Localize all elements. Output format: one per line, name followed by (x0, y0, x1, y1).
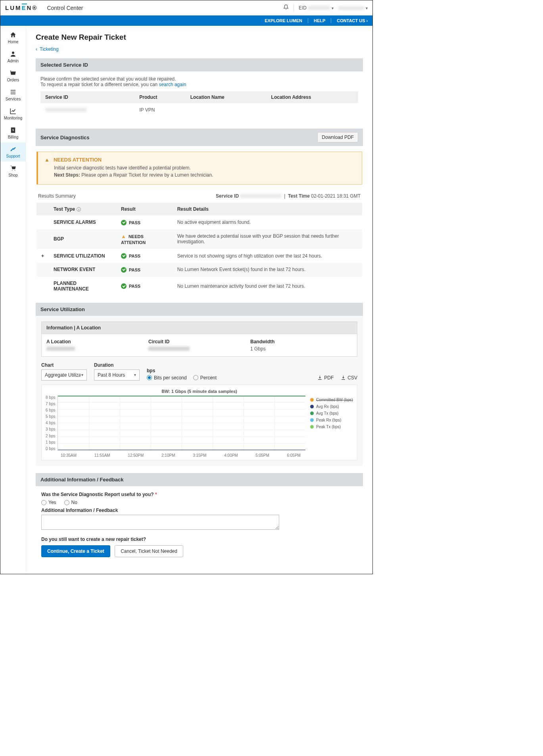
breadcrumb-ticketing[interactable]: ‹Ticketing (36, 46, 363, 52)
service-row: XXXXXXXXXXXXX IP VPN (40, 103, 358, 117)
feedback-head: Additional Information / Feedback (36, 473, 363, 486)
nav-support[interactable]: Support (0, 142, 26, 162)
pass-icon (121, 220, 127, 225)
col-test-type: Test Typei (49, 203, 116, 215)
nav-billing[interactable]: $Billing (0, 123, 26, 142)
diag-row: NETWORK EVENTPASSNo Lumen Network Event … (36, 263, 362, 277)
nav-monitoring[interactable]: Monitoring (0, 104, 26, 123)
service-table: Service ID Product Location Name Locatio… (40, 91, 358, 117)
cancel-button[interactable]: Cancel, Ticket Not Needed (115, 545, 183, 557)
svg-rect-1 (11, 90, 15, 91)
nav-shop[interactable]: Shop (0, 162, 26, 181)
chart-xaxis: 10:35AM11:55AM12:50PM2:10PM3:15PM4:00PM5… (61, 453, 301, 458)
help-link[interactable]: HELP (314, 18, 325, 23)
download-pdf-button[interactable]: Download PDF (317, 132, 358, 142)
confirm-text: Please confirm the selected service that… (40, 76, 358, 82)
export-csv[interactable]: CSV (341, 375, 357, 381)
feedback-no[interactable]: No (64, 500, 77, 505)
col-service-id: Service ID (40, 91, 134, 103)
nav-home[interactable]: Home (0, 28, 26, 47)
col-location-name: Location Name (186, 91, 267, 103)
warning-icon: ▲ (44, 157, 50, 163)
user-menu[interactable]: xxxxxxxxxxx ▾ (338, 5, 368, 11)
expand-icon[interactable]: + (36, 249, 49, 263)
col-result: Result (116, 203, 173, 215)
feedback-textarea[interactable] (41, 515, 279, 530)
sidenav: Home Admin Orders Services Monitoring $B… (0, 26, 26, 574)
col-location-address: Location Address (267, 91, 358, 103)
utilization-chart: BW: 1 Gbps (5 minute data samples) 8 bps… (41, 385, 357, 460)
svg-point-0 (12, 52, 14, 54)
avg-tx-line (58, 396, 305, 396)
continue-button[interactable]: Continue, Create a Ticket (41, 545, 110, 557)
results-summary-label: Results Summary (38, 193, 76, 199)
diag-row: +SERVICE UTILIZATIONPASSService is not s… (36, 249, 362, 263)
nav-orders[interactable]: Orders (0, 66, 26, 85)
pass-icon (121, 283, 127, 289)
pass-icon (121, 267, 127, 273)
needs-attention-alert: ▲NEEDS ATTENTION Initial service diagnos… (36, 152, 362, 185)
nav-services[interactable]: Services (0, 85, 26, 104)
radio-bps[interactable]: Bits per second (147, 375, 187, 381)
avg-rx-line (58, 450, 305, 450)
selected-service-head: Selected Service ID (36, 58, 363, 71)
contact-link[interactable]: CONTACT US › (337, 18, 368, 23)
diagnostics-head: Service Diagnostics (40, 135, 90, 140)
chevron-down-icon: ▾ (81, 373, 83, 377)
util-info-head: Information | A Location (41, 321, 357, 334)
pass-icon (121, 253, 127, 259)
radio-percent[interactable]: Percent (193, 375, 217, 381)
warning-icon: ▲ (121, 233, 126, 239)
page-title: Create New Repair Ticket (36, 33, 363, 42)
diag-row: BGP▲NEEDS ATTENTIONWe have detected a po… (36, 229, 362, 249)
bell-icon[interactable] (283, 4, 289, 11)
app-title: Control Center (47, 5, 83, 11)
diagnostics-table: Test Typei Result Result Details SERVICE… (36, 203, 362, 296)
chart-legend: Committed BW (bps) Avg Rx (bps) Avg Tx (… (305, 395, 353, 451)
nav-admin[interactable]: Admin (0, 47, 26, 66)
utilization-head: Service Utilization (36, 303, 363, 316)
explore-link[interactable]: EXPLORE LUMEN (265, 18, 302, 23)
extra-label: Additional Information / Feedback (41, 508, 357, 513)
search-again-link[interactable]: search again (159, 82, 186, 87)
chart-select[interactable]: Aggregate Utilization▾ (41, 369, 87, 381)
eid-menu[interactable]: EID XXXXXXX ▾ (299, 5, 334, 11)
col-details: Result Details (173, 203, 362, 215)
chevron-down-icon: ▾ (134, 373, 136, 377)
diag-row: SERVICE ALARMSPASSNo active equipment al… (36, 215, 362, 229)
feedback-yes[interactable]: Yes (41, 500, 56, 505)
svg-rect-3 (11, 94, 15, 94)
export-pdf[interactable]: PDF (317, 375, 334, 381)
duration-select[interactable]: Past 8 Hours▾ (94, 369, 140, 381)
chart-yaxis: 8 bps7 bps6 bps5 bps4 bps3 bps2 bps1 bps… (46, 395, 58, 451)
chart-plot (58, 395, 305, 451)
svg-rect-2 (11, 92, 15, 92)
col-product: Product (134, 91, 185, 103)
logo: LUMEN® (5, 4, 36, 11)
create-ticket-question: Do you still want to create a new repair… (41, 537, 357, 542)
diag-row: PLANNED MAINTENANCEPASSNo Lumen maintena… (36, 277, 362, 296)
info-icon[interactable]: i (77, 207, 81, 212)
